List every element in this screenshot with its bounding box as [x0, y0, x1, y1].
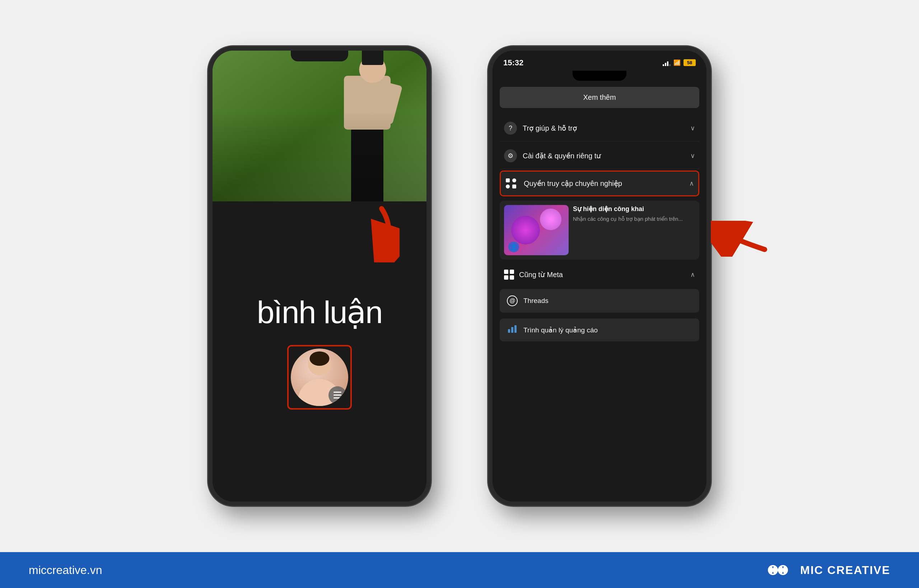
card-image: 👤	[504, 205, 569, 255]
menu-item-quyen-truy-cap[interactable]: Quyền truy cập chuyên nghiệp ∧	[500, 171, 699, 196]
status-icons: 📶 58	[663, 59, 696, 66]
menu-item-cai-dat[interactable]: ⚙ Cài đặt & quyền riêng tư ∨	[500, 143, 699, 169]
brand-name: MIC CREATIVE	[800, 564, 890, 577]
menu-line-2	[333, 394, 341, 396]
professional-card[interactable]: 👤 Sự hiện diện công khai Nhận các công c…	[500, 201, 699, 260]
menu-item-left-quyen: Quyền truy cập chuyên nghiệp	[505, 177, 622, 190]
chevron-down-cai-dat: ∨	[690, 152, 695, 160]
cai-dat-label: Cài đặt & quyền riêng tư	[523, 152, 601, 160]
svg-rect-1	[508, 329, 510, 333]
profile-red-border	[287, 345, 352, 410]
right-phone-wrapper: 15:32 📶 58	[488, 46, 711, 506]
left-phone-content: bình luận	[213, 51, 426, 501]
menu-icon-overlay[interactable]	[328, 386, 346, 404]
wifi-icon: 📶	[674, 59, 681, 66]
menu-item-left-tro-giup: ? Trợ giúp & hỗ trợ	[504, 122, 577, 135]
quyen-truy-cap-label: Quyền truy cập chuyên nghiệp	[524, 179, 622, 188]
notch-shape	[573, 71, 627, 81]
threads-icon: @	[507, 296, 518, 306]
tro-giup-label: Trợ giúp & hỗ trợ	[523, 124, 577, 132]
svg-rect-3	[514, 325, 517, 333]
profile-avatar	[291, 349, 348, 406]
outdoor-image	[213, 51, 426, 201]
signal-icon	[663, 60, 670, 66]
xem-them-label: Xem thêm	[583, 93, 616, 101]
battery-icon: 58	[683, 59, 696, 66]
right-phone-content: 15:32 📶 58	[493, 51, 706, 501]
menu-item-tro-giup[interactable]: ? Trợ giúp & hỗ trợ ∨	[500, 115, 699, 141]
ads-icon	[507, 325, 518, 335]
threads-item[interactable]: @ Threads	[500, 289, 699, 313]
right-phone-mockup: 15:32 📶 58	[488, 46, 711, 506]
card-person-icon: 👤	[508, 242, 519, 252]
main-content: bình luận	[0, 0, 919, 552]
signal-bar-2	[665, 63, 666, 66]
card-description: Nhận các công cụ hỗ trợ bạn phát triển t…	[573, 215, 695, 223]
xem-them-button[interactable]: Xem thêm	[500, 87, 699, 108]
ads-manager-label: Trình quản lý quảng cáo	[523, 326, 598, 334]
svg-rect-2	[511, 327, 514, 333]
status-bar: 15:32 📶 58	[493, 51, 706, 70]
brand-url: miccreative.vn	[29, 564, 102, 577]
profile-circle-container	[287, 345, 352, 410]
red-arrow-right-svg	[711, 221, 768, 257]
signal-bar-4	[669, 64, 670, 66]
chevron-up-quyen: ∧	[689, 179, 694, 187]
phone-notch	[493, 70, 706, 81]
menu-line-3	[333, 397, 341, 399]
section-header-left: Cũng từ Meta	[504, 270, 563, 279]
card-title: Sự hiện diện công khai	[573, 205, 695, 213]
also-from-meta-title: Cũng từ Meta	[519, 270, 563, 279]
red-arrow-right	[711, 221, 768, 258]
ads-manager-item[interactable]: Trình quản lý quảng cáo	[500, 318, 699, 341]
bar-chart-icon	[507, 325, 517, 333]
signal-bar-3	[667, 61, 669, 66]
dark-section: bình luận	[213, 201, 426, 501]
mic-creative-logo-icon	[766, 561, 795, 580]
left-phone-wrapper: bình luận	[208, 46, 431, 506]
binh-luan-text: bình luận	[257, 294, 382, 331]
red-arrow-down	[353, 205, 399, 262]
settings-icon: ⚙	[504, 149, 517, 162]
menu-line-1	[333, 392, 341, 393]
bottom-bar: miccreative.vn MIC CREATIVE	[0, 552, 919, 588]
also-from-meta-header[interactable]: Cũng từ Meta ∧	[500, 264, 699, 285]
help-icon: ?	[504, 122, 517, 135]
card-info: Sự hiện diện công khai Nhận các công cụ …	[573, 201, 699, 227]
brand-logo: MIC CREATIVE	[766, 561, 890, 580]
chevron-up-meta: ∧	[690, 271, 695, 279]
chevron-down-tro-giup: ∨	[690, 124, 695, 132]
signal-bar-1	[663, 64, 664, 66]
professional-icon	[505, 177, 518, 190]
menu-content: Xem thêm ? Trợ giúp & hỗ trợ ∨ ⚙	[493, 81, 706, 501]
threads-label: Threads	[523, 297, 549, 305]
menu-item-left-cai-dat: ⚙ Cài đặt & quyền riêng tư	[504, 149, 601, 162]
left-phone-mockup: bình luận	[208, 46, 431, 506]
meta-grid-icon	[504, 270, 514, 279]
status-time: 15:32	[503, 58, 523, 68]
card-orb-1	[511, 216, 540, 244]
card-orb-2	[540, 208, 562, 230]
